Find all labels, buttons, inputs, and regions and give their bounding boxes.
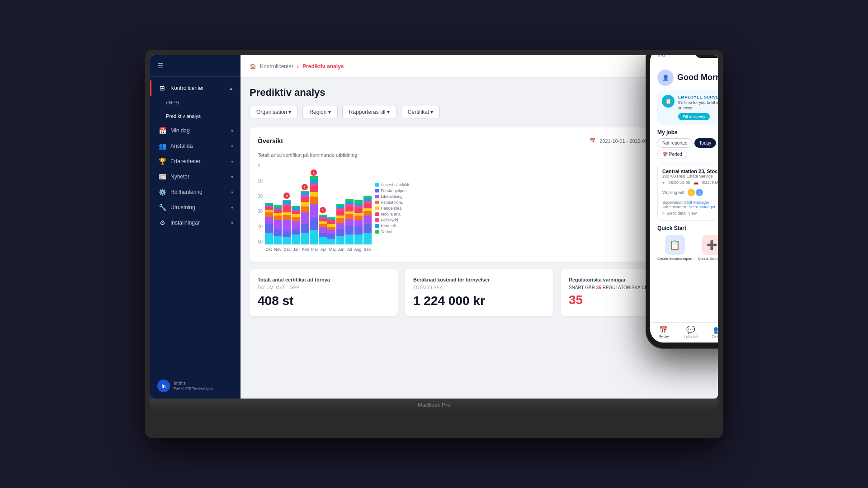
stacked-bar-Sep bbox=[363, 196, 372, 244]
sidebar-item-anstallda-label: Anställda bbox=[170, 143, 193, 149]
legend-item-Fallskydd: Fallskydd bbox=[375, 218, 409, 222]
stats-row: Totalt antal certifikat att förnya DATUM… bbox=[250, 269, 709, 316]
bar-segment-1 bbox=[319, 233, 327, 237]
sidebar-header: ☰ bbox=[150, 55, 241, 77]
survey-body: It's time for you to fill in Inphiz mand… bbox=[678, 100, 718, 111]
bar-badge-Mar: 5 bbox=[311, 169, 317, 176]
erfarenheter-icon: 🏆 bbox=[159, 158, 166, 165]
sidebar-item-utrustning[interactable]: 🔧 Utrustning ▾ bbox=[150, 200, 241, 215]
bar-segment-3 bbox=[336, 218, 344, 223]
bar-group-Mar: 5 bbox=[310, 163, 317, 244]
sidebar-item-mindag[interactable]: 📅 Min dag ▾ bbox=[150, 123, 241, 138]
sidebar-item-utrustning-label: Utrustning bbox=[170, 204, 195, 211]
bar-segment-3 bbox=[274, 216, 282, 220]
nyheter-icon: 📰 bbox=[159, 173, 166, 180]
qs-sick[interactable]: ➕ Create Sick leave bbox=[698, 235, 718, 261]
legend-label: Första hjälpen bbox=[381, 188, 406, 193]
utrustning-icon: 🔧 bbox=[159, 204, 166, 211]
stat-card-certifikat: Totalt antal certifikat att förnya DATUM… bbox=[250, 269, 398, 316]
legend-label: Handelsbra bbox=[381, 206, 401, 211]
sidebar-logo: In Inphiz Part of CIS Technologies bbox=[150, 373, 241, 399]
filter-certifikat[interactable]: Certifikat ▾ bbox=[401, 106, 440, 118]
chart-legend: Asbest särskildtFörsta hjälpenLifutbildn… bbox=[375, 163, 409, 253]
filter-period[interactable]: 📅 Period bbox=[657, 150, 687, 159]
quick-start-grid: 📋 Create Incident report ➕ Create Sick l… bbox=[657, 235, 718, 261]
sidebar-item-kontrollcenter[interactable]: ⊞ Kontrollcenter ▲ bbox=[150, 80, 241, 96]
sidebar-item-installningar[interactable]: ⚙ Inställningar ▾ bbox=[150, 215, 241, 230]
bar-segment-4 bbox=[301, 202, 309, 206]
qs-incident[interactable]: 📋 Create Incident report bbox=[657, 235, 692, 261]
x-label-Apr: Apr bbox=[321, 247, 327, 252]
x-label-Maj: Maj bbox=[329, 247, 336, 252]
bar-segment-1 bbox=[345, 226, 354, 235]
breadcrumb-home[interactable]: Kontrollcenter bbox=[260, 63, 293, 70]
phone-content: 👤 Good Morning Stefan, 📋 EMPLOYEE SURVEY… bbox=[650, 62, 718, 322]
bar-segment-1 bbox=[292, 229, 300, 235]
filter-rapporteras[interactable]: Rapporteras till ▾ bbox=[342, 106, 396, 118]
legend-dot bbox=[375, 195, 379, 198]
sidebar-item-enps[interactable]: eNPS bbox=[150, 96, 241, 109]
legend-dot bbox=[375, 224, 379, 228]
chevron-down-icon-5: ▾ bbox=[231, 190, 233, 195]
bar-segment-3 bbox=[345, 214, 354, 219]
admin-link[interactable]: Store Manager bbox=[689, 205, 716, 209]
filter-not-reported[interactable]: Not reported bbox=[657, 138, 693, 148]
my-jobs-title: My jobs bbox=[657, 129, 718, 136]
legend-item-Lifutbildning: Lifutbildning bbox=[375, 194, 409, 199]
supervisor-label: Supervisor bbox=[662, 200, 682, 205]
bottom-nav-myday[interactable]: 📅 My day bbox=[650, 325, 677, 338]
bar-badge-Apr: 4 bbox=[320, 207, 326, 213]
inphiz-nav-icon: 💬 bbox=[686, 325, 695, 334]
bar-segment-0 bbox=[336, 236, 344, 244]
bar-segment-2 bbox=[363, 216, 372, 224]
inphiz-nav-label: Inphiz talk bbox=[684, 335, 698, 338]
legend-dot bbox=[375, 206, 379, 210]
stat-label-1: Beräknad kostnad för förnyelser bbox=[413, 277, 545, 282]
sidebar-item-prediktiv[interactable]: Prediktiv analys bbox=[150, 109, 241, 123]
bar-segment-0 bbox=[292, 235, 300, 244]
bar-segment-0 bbox=[310, 230, 318, 244]
bottom-nav-contacts[interactable]: 👥 Contacts bbox=[704, 325, 718, 338]
stacked-bar-Dec bbox=[283, 200, 291, 244]
myday-nav-label: My day bbox=[659, 335, 669, 338]
bar-group-Maj bbox=[328, 163, 335, 244]
filter-region[interactable]: Region ▾ bbox=[302, 106, 337, 118]
bar-group-Okt bbox=[265, 163, 272, 244]
legend-label: Heta arb. bbox=[381, 224, 397, 228]
incident-icon: 📋 bbox=[665, 235, 685, 255]
bar-segment-2 bbox=[354, 220, 363, 227]
supervisor-link[interactable]: Shift Manager bbox=[684, 200, 709, 205]
installningar-icon: ⚙ bbox=[159, 219, 166, 226]
chart-container: 50 40 30 20 10 0 bbox=[258, 163, 701, 253]
legend-label: Lifutbildning bbox=[381, 194, 402, 199]
filter-today[interactable]: Today bbox=[694, 138, 717, 148]
filter-organisation[interactable]: Organisation ▾ bbox=[250, 106, 298, 118]
x-label-Jan: Jan bbox=[293, 247, 300, 252]
jobs-filter-row: Not reported Today Tomorrow 📅 Period bbox=[657, 138, 718, 159]
sidebar-item-kontrollcenter-label: Kontrollcenter bbox=[170, 85, 204, 91]
overview-title: Översikt bbox=[258, 137, 283, 145]
bar-segment-5 bbox=[345, 207, 354, 211]
bottom-nav-inphiz[interactable]: 💬 Inphiz talk bbox=[677, 325, 704, 338]
sidebar-item-rollhantering[interactable]: ⚙️ Rollhantering ▾ bbox=[150, 184, 241, 200]
job-location: Central station 23, Stockholm bbox=[662, 169, 718, 174]
sidebar-item-anstallda[interactable]: 👥 Anställda ▾ bbox=[150, 138, 241, 154]
bar-group-Jul bbox=[346, 163, 353, 244]
admin-row: Administrator: Store Manager bbox=[662, 205, 718, 209]
survey-fill-button[interactable]: Fill in survey bbox=[678, 113, 710, 120]
chevron-down-icon-2: ▾ bbox=[231, 144, 233, 149]
stacked-bar-Nov bbox=[274, 205, 282, 244]
x-label-Mar: Mar bbox=[311, 247, 318, 252]
detail-link[interactable]: Go to detail view bbox=[666, 211, 697, 216]
bar-badge-Dec: 9 bbox=[283, 192, 290, 199]
logo-icon: In bbox=[157, 380, 170, 392]
survey-card: 📋 EMPLOYEE SURVEY It's time for you to f… bbox=[657, 90, 718, 125]
job-card: Central station 23, Stockholm 280703 Rea… bbox=[657, 164, 718, 221]
sidebar-item-nyheter[interactable]: 📰 Nyheter ▾ bbox=[150, 169, 241, 184]
legend-label: Asbest kom. bbox=[381, 200, 403, 205]
sidebar-item-erfarenheter[interactable]: 🏆 Erfarenheter ▾ bbox=[150, 154, 241, 169]
sidebar-item-installningar-label: Inställningar bbox=[170, 220, 200, 226]
x-label-Jun: Jun bbox=[338, 247, 344, 252]
stat-label-0: Totalt antal certifikat att förnya bbox=[258, 277, 390, 282]
bar-segment-1 bbox=[301, 224, 309, 233]
